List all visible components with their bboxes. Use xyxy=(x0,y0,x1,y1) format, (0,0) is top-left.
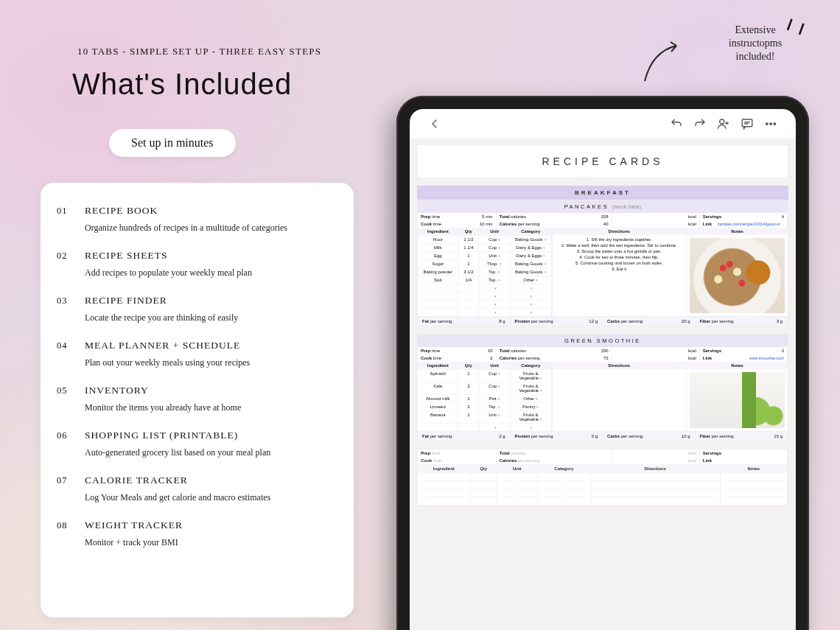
recipe-card-blank: Prep time Total calories kcal Servings C… xyxy=(417,449,788,505)
feature-title: MEAL PLANNER + SCHEDULE xyxy=(85,340,337,351)
ingredient-row: Flour1 1/2CupBaking Goods xyxy=(418,235,552,243)
recipe-card: PANCAKES (mock data) Prep time5 min Tota… xyxy=(417,200,788,326)
doc-title: RECIPE CARDS xyxy=(417,144,788,178)
undo-icon[interactable] xyxy=(670,117,683,130)
feature-desc: Auto-generated grocery list based on you… xyxy=(85,447,337,458)
recipe-photo xyxy=(690,372,785,428)
svg-point-4 xyxy=(774,123,775,125)
feature-title: SHOPPING LIST (PRINTABLE) xyxy=(85,430,337,441)
recipe-photo xyxy=(690,238,785,313)
eyebrow-text: 10 TABS - SIMPLE SET UP - THREE EASY STE… xyxy=(77,46,321,57)
feature-title: WEIGHT TRACKER xyxy=(85,519,337,531)
feature-title: RECIPE FINDER xyxy=(85,295,337,307)
feature-title: CALORIE TRACKER xyxy=(85,475,337,486)
annotation-line: instructopms xyxy=(711,37,799,50)
feature-desc: Log Your Meals and get calorie and macro… xyxy=(85,492,337,503)
feature-item: 06 SHOPPING LIST (PRINTABLE) Auto-genera… xyxy=(57,430,337,458)
svg-point-2 xyxy=(766,123,768,125)
recipe-name: GREEN SMOOTHIE xyxy=(418,335,788,347)
feature-desc: Plan out your weekly meals using your re… xyxy=(85,357,337,368)
arrow-icon xyxy=(641,37,685,88)
recipe-link[interactable]: www.smoothie.com xyxy=(749,356,784,360)
feature-desc: Monitor + track your BMI xyxy=(85,537,337,548)
add-user-icon[interactable] xyxy=(717,117,730,130)
ingredient-row: Egg1UnitDairy & Eggs xyxy=(418,251,552,259)
ingredient-row: Banana1UnitFruits & Vegetable xyxy=(418,410,552,423)
feature-item: 03 RECIPE FINDER Locate the recipe you a… xyxy=(57,295,337,323)
feature-title: RECIPE SHEETS xyxy=(85,250,337,262)
direction-step: 4. Cook for two to three minutes, then f… xyxy=(556,254,684,260)
feature-title: RECIPE BOOK xyxy=(85,205,337,217)
feature-number: 08 xyxy=(57,519,85,548)
ingredient-row: Sugar1Tbsp.Baking Goods xyxy=(418,259,552,267)
annotation-line: included! xyxy=(711,50,799,63)
recipe-name: PANCAKES (mock data) xyxy=(418,200,788,213)
feature-number: 03 xyxy=(57,295,85,323)
ingredient-row: Spinach1CupFruits & Vegetable xyxy=(418,369,552,382)
feature-number: 07 xyxy=(57,475,85,503)
tablet-frame: RECIPE CARDS BREAKFAST PANCAKES (mock da… xyxy=(396,96,809,630)
ingredient-row: Salt1/4Tsp.Other xyxy=(418,276,552,284)
redo-icon[interactable] xyxy=(693,117,707,130)
direction-step: 5. Continue cooking until brown on both … xyxy=(556,260,684,266)
ingredient-row: Kale2CupFruits & Vegetable xyxy=(418,382,552,394)
feature-item: 08 WEIGHT TRACKER Monitor + track your B… xyxy=(57,519,337,548)
more-icon[interactable] xyxy=(764,117,777,130)
feature-number: 05 xyxy=(57,385,85,413)
ingredient-row: Almond milk1PintOther xyxy=(418,394,552,402)
feature-number: 01 xyxy=(57,205,85,234)
back-icon[interactable] xyxy=(428,117,441,130)
annotation-line: Extensive xyxy=(711,24,799,37)
direction-step: 1. Sift the dry ingredients together. xyxy=(556,237,684,242)
feature-number: 04 xyxy=(57,340,85,368)
feature-item: 05 INVENTORY Monitor the items you alrea… xyxy=(57,385,337,413)
ingredient-row: Linseed2Tsp.Pantry xyxy=(418,402,552,410)
section-header: BREAKFAST xyxy=(417,186,788,200)
feature-desc: Monitor the items you already have at ho… xyxy=(85,402,337,413)
feature-title: INVENTORY xyxy=(85,385,337,396)
feature-number: 06 xyxy=(57,430,85,458)
ingredient-row: Baking powder3 1/2Tsp.Baking Goods xyxy=(418,267,552,276)
feature-desc: Organize hundreds of recipes in a multit… xyxy=(85,223,337,234)
comment-icon[interactable] xyxy=(741,117,754,130)
feature-item: 07 CALORIE TRACKER Log Your Meals and ge… xyxy=(57,475,337,503)
feature-desc: Add recipes to populate your weekly meal… xyxy=(85,267,337,279)
svg-rect-1 xyxy=(742,119,752,127)
page-title: What's Included xyxy=(72,68,292,101)
feature-item: 02 RECIPE SHEETS Add recipes to populate… xyxy=(57,250,337,279)
feature-number: 02 xyxy=(57,250,85,279)
annotation-callout: Extensive instructopms included! xyxy=(711,24,799,64)
feature-desc: Locate the recipe you are thinking of ea… xyxy=(85,312,337,323)
document-area: RECIPE CARDS BREAKFAST PANCAKES (mock da… xyxy=(410,139,796,630)
recipe-link[interactable]: lrecipes.com/recipe/21014/good-old-fashi… xyxy=(718,222,784,226)
setup-pill: Set up in minutes xyxy=(109,129,236,157)
direction-step: 3. Scoop the batter onto a hot griddle o… xyxy=(556,248,684,254)
svg-point-3 xyxy=(770,123,771,125)
feature-item: 01 RECIPE BOOK Organize hundreds of reci… xyxy=(57,205,337,234)
direction-step: 2. Make a well, then add the wet ingredi… xyxy=(556,242,684,248)
feature-item: 04 MEAL PLANNER + SCHEDULE Plan out your… xyxy=(57,340,337,368)
app-toolbar xyxy=(410,109,796,139)
tablet-screen: RECIPE CARDS BREAKFAST PANCAKES (mock da… xyxy=(410,109,796,630)
recipe-card: GREEN SMOOTHIE Prep time10 Total calorie… xyxy=(417,334,788,441)
feature-list-card: 01 RECIPE BOOK Organize hundreds of reci… xyxy=(41,183,354,617)
direction-step: 6. Eat it xyxy=(556,266,684,272)
ingredient-row: Milk1 1/4CupDairy & Eggs xyxy=(418,243,552,251)
svg-point-0 xyxy=(720,119,724,124)
